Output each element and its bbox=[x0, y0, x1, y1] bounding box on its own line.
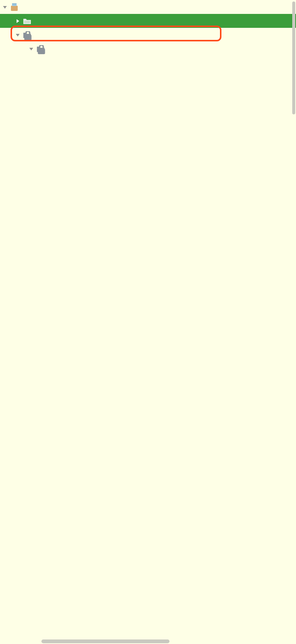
jar-icon bbox=[10, 3, 19, 12]
vertical-scrollbar[interactable] bbox=[292, 2, 295, 56]
tree-node-folder[interactable] bbox=[0, 14, 296, 28]
project-tree[interactable] bbox=[0, 0, 296, 56]
chevron-down-icon[interactable] bbox=[28, 46, 35, 52]
package-icon bbox=[36, 44, 45, 53]
tree-node-package[interactable] bbox=[0, 28, 296, 42]
chevron-down-icon[interactable] bbox=[2, 4, 8, 11]
tree-node-jar[interactable] bbox=[0, 0, 296, 14]
tree-node-package[interactable] bbox=[0, 42, 296, 56]
chevron-right-icon[interactable] bbox=[14, 18, 21, 24]
chevron-down-icon[interactable] bbox=[14, 32, 21, 38]
package-icon bbox=[23, 30, 32, 39]
folder-icon bbox=[23, 17, 32, 26]
